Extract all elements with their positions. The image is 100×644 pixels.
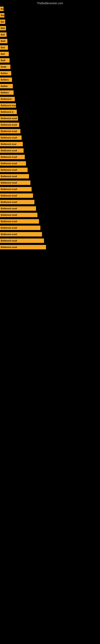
bar-row: Bottleneck result [0,206,100,211]
bar-label: Bottleneck result [1,162,17,164]
bottleneck-bar: Bottleneck result [0,200,34,204]
bar-row: Bottleneck result [0,180,100,186]
bar-label: Bottlen [1,85,8,87]
bar-label: Bottleneck result [1,104,16,107]
bar-label: Bot [1,21,4,23]
bar-row: Bottleneck result [0,238,100,244]
bar-row: Bottlen [0,83,100,89]
bar-row: Bottleneck result [0,135,100,140]
bar-label: Bottleneck result [1,182,17,184]
bottleneck-bar: Bot [0,20,5,24]
bottleneck-bar: Bottleneck r [0,97,15,101]
bar-label: Bottle [1,66,6,68]
bar-label: Bottleneck result [1,188,17,190]
bars-container: BoBotBotBottBottBottlBottBottBottlBottle… [0,6,100,251]
bar-label: Bottleneck result [1,201,17,203]
bottleneck-bar: Bottleneck result [0,187,32,192]
bottleneck-bar: Bo [0,7,3,11]
bar-row: Bottleneck result [0,116,100,121]
bar-row: Bottleneck re [0,109,100,115]
bottleneck-bar: Bottleneck result [0,206,36,211]
bar-row: Bottleneck resul [0,141,100,147]
bottleneck-bar: Bottleneck re [0,110,17,114]
bar-row: Bo [0,6,100,12]
bar-row: Bottleneck result [0,122,100,128]
bar-row: Bottleneck r [0,96,100,102]
bottleneck-bar: Bottleneck result [0,219,39,224]
bar-label: Bottl [1,40,5,42]
bottleneck-bar: Bottleneck result [0,103,16,108]
bottleneck-bar: Bottleneck result [0,180,30,185]
bottleneck-bar: Bottleneck result [0,226,40,230]
bar-row: Bottleneck result [0,193,100,198]
bar-label: Bottleneck result [1,227,17,229]
bottleneck-bar: Bottleneck resul [0,142,23,146]
bottleneck-bar: Bottl [0,58,10,62]
bar-row: Bottleneck result [0,244,100,250]
bar-row: Bottle [0,64,100,70]
bar-row: Bottleneck result [0,160,100,166]
bar-label: Bottl [1,59,5,62]
bar-row: Bottleneck result [0,128,100,134]
bottleneck-bar: Bot [0,13,4,18]
bar-label: Bot [1,14,4,16]
bar-label: Bottleneck result [1,194,17,197]
bar-row: Bottleneck result [0,218,100,224]
bottleneck-bar: Bottleneck result [0,122,19,127]
bottleneck-bar: Bottlen [0,71,11,76]
bar-label: Bottleneck result [1,246,17,248]
bar-row: Bottl [0,58,100,63]
bar-row: Bottl [0,38,100,44]
bar-row: Bot [0,12,100,18]
bottleneck-bar: Bottleneck result [0,136,22,140]
bar-label: Bottlens [1,79,9,81]
bottleneck-bar: Bottleneck result [0,194,33,198]
bar-row: Bott [0,25,100,31]
bar-label: Bottleneck result [1,137,17,139]
bar-label: Bott [1,34,5,36]
site-title: TheBottlenecker.com [0,0,100,6]
bar-row: Bottleneck result [0,103,100,108]
bar-label: Bottleneck result [1,156,17,158]
bottleneck-bar: Bottleneck result [0,129,20,134]
bar-row: Bottlens [0,77,100,82]
bottleneck-bar: Bottleneck result [0,168,28,172]
bar-label: Bottleneck result [1,130,17,132]
bar-row: Bottleneck result [0,186,100,192]
bottleneck-bar: Bott [0,26,6,30]
bar-row: Bottlene [0,90,100,96]
bar-label: Bottleneck result [1,208,17,210]
bar-label: Bottleneck result [1,214,17,216]
bottleneck-bar: Bottleneck result [0,148,24,153]
bar-label: Bottlene [1,92,9,94]
bottleneck-bar: Bottlene [0,90,14,95]
bar-row: Bottleneck result [0,225,100,231]
bar-row: Bott [0,45,100,50]
bar-label: Bottleneck result [1,240,17,242]
bar-label: Bo [1,8,3,10]
bottleneck-bar: Bottlens [0,78,12,82]
bottleneck-bar: Bott [0,45,8,50]
bottleneck-bar: Bottlen [0,84,13,88]
bar-row: Bottleneck result [0,148,100,153]
bottleneck-bar: Bott [0,32,7,37]
bottleneck-bar: Bottleneck result [0,238,44,243]
bottleneck-bar: Bottl [0,39,7,43]
bar-row: Bottleneck result [0,174,100,179]
bottleneck-bar: Bottleneck result [0,155,25,159]
bar-row: Bottleneck result [0,167,100,173]
bottleneck-bar: Bottle [0,64,10,69]
bottleneck-bar: Bottleneck result [0,174,29,178]
bar-label: Bottleneck result [1,124,17,126]
bar-label: Bottleneck result [1,150,17,152]
bar-row: Bott [0,51,100,57]
bar-label: Bottleneck resul [1,143,16,145]
bar-row: Bott [0,32,100,38]
bar-row: Bottleneck result [0,232,100,237]
bar-row: Bottleneck result [0,199,100,205]
bar-label: Bott [1,53,5,55]
bar-label: Bottleneck re [1,111,13,113]
bar-label: Bottleneck result [1,175,17,178]
bar-label: Bottleneck result [1,117,17,120]
bar-label: Bottleneck r [1,98,12,100]
